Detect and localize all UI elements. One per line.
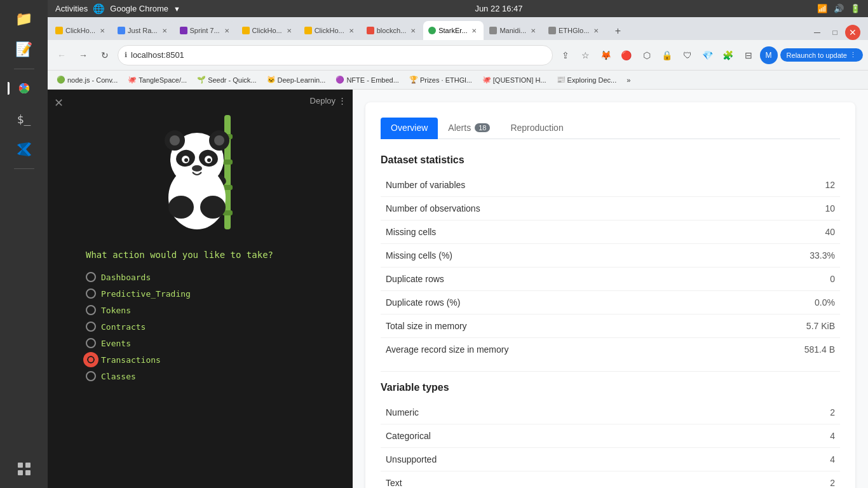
tab-clickho-3[interactable]: ClickHo... ✕ xyxy=(299,21,361,40)
right-panel: Overview Alerts 18 Reproduction Dataset … xyxy=(353,90,868,488)
radio-item-predictive-trading[interactable]: Predictive_Trading xyxy=(86,288,334,299)
svg-rect-4 xyxy=(18,470,23,475)
os-bar-dropdown-icon[interactable]: ▼ xyxy=(173,5,180,13)
extension-icon-7[interactable]: 🧩 xyxy=(719,46,737,64)
tab-close-6[interactable]: ✕ xyxy=(409,26,417,35)
radio-circle-tokens xyxy=(86,305,96,315)
extension-icon-6[interactable]: 💎 xyxy=(699,46,717,64)
tab-icon-3 xyxy=(180,27,187,34)
radio-item-events[interactable]: Events xyxy=(86,338,334,348)
os-bar-left: Activities 🌐 Google Chrome ▼ xyxy=(55,3,180,15)
tab-clickho-2[interactable]: ClickHo... ✕ xyxy=(237,21,299,40)
radio-label-contracts: Contracts xyxy=(101,322,146,332)
tab-alerts[interactable]: Alerts 18 xyxy=(438,118,500,139)
taskbar-icon-apps[interactable] xyxy=(10,455,38,483)
tab-icon-7 xyxy=(428,27,436,34)
bookmark-icon-seedr: 🌱 xyxy=(197,76,206,84)
close-window-button[interactable]: ✕ xyxy=(845,25,860,40)
back-button[interactable]: ← xyxy=(53,46,71,64)
profile-icon[interactable]: M xyxy=(760,46,778,64)
bookmark-prizes[interactable]: 🏆 Prizes · ETHGl... xyxy=(405,74,476,85)
vartype-value-categorical: 4 xyxy=(656,424,840,448)
bookmark-icon[interactable]: ☆ xyxy=(577,46,595,64)
tab-close-7[interactable]: ✕ xyxy=(470,26,478,35)
tab-icon-4 xyxy=(242,27,250,34)
taskbar-icon-vscode[interactable] xyxy=(10,135,38,163)
extension-fox-icon[interactable]: 🦊 xyxy=(597,46,615,64)
radio-label-dashboards: Dashboards xyxy=(101,273,151,282)
reload-button[interactable]: ↻ xyxy=(96,46,114,64)
minimize-button[interactable]: ─ xyxy=(810,25,825,40)
bookmark-exploring[interactable]: 📰 Exploring Dec... xyxy=(553,74,621,85)
radio-item-dashboards[interactable]: Dashboards xyxy=(86,272,334,282)
taskbar-icon-files[interactable]: 📁 xyxy=(10,5,38,33)
tab-manidil[interactable]: Manidi... ✕ xyxy=(484,21,543,40)
new-tab-button[interactable]: + xyxy=(609,22,627,40)
radio-label-predictive-trading: Predictive_Trading xyxy=(101,289,191,299)
bookmark-nfte[interactable]: 🟣 NFTE - Embed... xyxy=(332,74,403,85)
tab-reproduction-label: Reproduction xyxy=(510,123,563,133)
stat-value-missing-cells: 40 xyxy=(656,220,840,244)
url-bar[interactable]: ℹ localhost:8501 xyxy=(118,45,553,65)
deploy-menu-icon[interactable]: ⋮ xyxy=(338,96,346,105)
tab-blockchain[interactable]: blockch... ✕ xyxy=(362,21,423,40)
panel-card: Overview Alerts 18 Reproduction Dataset … xyxy=(365,102,855,488)
maximize-button[interactable]: □ xyxy=(827,25,843,40)
taskbar-icon-chrome[interactable] xyxy=(10,74,38,102)
os-bar-right: 📶 🔊 🔋 xyxy=(817,4,860,13)
svg-point-13 xyxy=(168,196,194,219)
tab-overview[interactable]: Overview xyxy=(381,118,438,139)
sidebar-toggle-icon[interactable]: ⊟ xyxy=(740,46,757,64)
tab-sprint7[interactable]: Sprint 7... ✕ xyxy=(175,21,236,40)
tab-starker[interactable]: StarkEr... ✕ xyxy=(423,21,484,40)
relaunch-menu-icon[interactable]: ⋮ xyxy=(850,51,857,59)
radio-item-contracts[interactable]: Contracts xyxy=(86,322,334,332)
close-sidebar-button[interactable]: ✕ xyxy=(54,96,64,110)
tab-clickho-1[interactable]: ClickHo... ✕ xyxy=(50,21,112,40)
bookmark-deeplearn[interactable]: 🐱 Deep-Learnin... xyxy=(263,74,330,85)
bookmark-question[interactable]: 🐙 [QUESTION] H... xyxy=(478,74,550,85)
taskbar-separator xyxy=(14,69,34,69)
stat-label-total-size: Total size in memory xyxy=(381,315,656,338)
tab-ethglo[interactable]: ETHGlo... ✕ xyxy=(543,21,606,40)
forward-button[interactable]: → xyxy=(74,46,92,64)
bookmark-icon-nfte: 🟣 xyxy=(336,76,344,84)
share-icon[interactable]: ⇪ xyxy=(557,46,574,64)
taskbar-icon-docs[interactable]: 📝 xyxy=(10,36,38,64)
relaunch-button[interactable]: Relaunch to update ⋮ xyxy=(780,48,863,62)
activities-label[interactable]: Activities xyxy=(55,4,88,13)
tab-close-4[interactable]: ✕ xyxy=(285,26,294,35)
tab-icon-2 xyxy=(118,27,125,34)
stat-label-missing-cells: Missing cells xyxy=(381,220,656,244)
tab-close-1[interactable]: ✕ xyxy=(98,26,107,35)
tab-close-5[interactable]: ✕ xyxy=(347,26,356,35)
tab-reproduction[interactable]: Reproduction xyxy=(500,118,573,139)
panda-svg xyxy=(149,109,251,236)
tab-justra[interactable]: Just Ra... ✕ xyxy=(112,21,173,40)
bookmark-seedr[interactable]: 🌱 Seedr - Quick... xyxy=(193,74,260,85)
chatbot-sidebar: ✕ Deploy ⋮ xyxy=(48,90,353,488)
tab-close-2[interactable]: ✕ xyxy=(160,26,169,35)
os-bar-center: Jun 22 16:47 xyxy=(475,4,522,13)
bookmarks-more[interactable]: » xyxy=(623,75,634,85)
taskbar-icon-terminal[interactable]: $_ xyxy=(10,105,38,133)
datetime-label: Jun 22 16:47 xyxy=(475,4,522,13)
tab-close-9[interactable]: ✕ xyxy=(592,26,600,35)
stat-value-duplicate-rows-pct: 0.0% xyxy=(656,291,840,315)
radio-item-transactions[interactable]: Transactions xyxy=(86,355,334,365)
tab-icon-9 xyxy=(548,27,556,34)
radio-circle-classes xyxy=(86,371,96,381)
radio-item-tokens[interactable]: Tokens xyxy=(86,305,334,315)
tab-close-3[interactable]: ✕ xyxy=(222,26,231,35)
extension-icon-4[interactable]: 🔒 xyxy=(658,46,676,64)
extension-icon-2[interactable]: 🔴 xyxy=(618,46,635,64)
extension-icon-5[interactable]: 🛡 xyxy=(679,46,696,64)
stat-value-missing-cells-pct: 33.3% xyxy=(656,244,840,268)
bookmark-nodejs[interactable]: 🟢 node.js - Conv... xyxy=(53,74,121,85)
tab-close-8[interactable]: ✕ xyxy=(529,26,538,35)
deploy-label[interactable]: Deploy xyxy=(310,96,336,105)
extension-icon-3[interactable]: ⬡ xyxy=(638,46,656,64)
radio-item-classes[interactable]: Classes xyxy=(86,371,334,381)
tab-bar: ClickHo... ✕ Just Ra... ✕ Sprint 7... ✕ … xyxy=(48,17,868,40)
bookmark-tangle[interactable]: 🐙 TangleSpace/... xyxy=(124,74,191,85)
